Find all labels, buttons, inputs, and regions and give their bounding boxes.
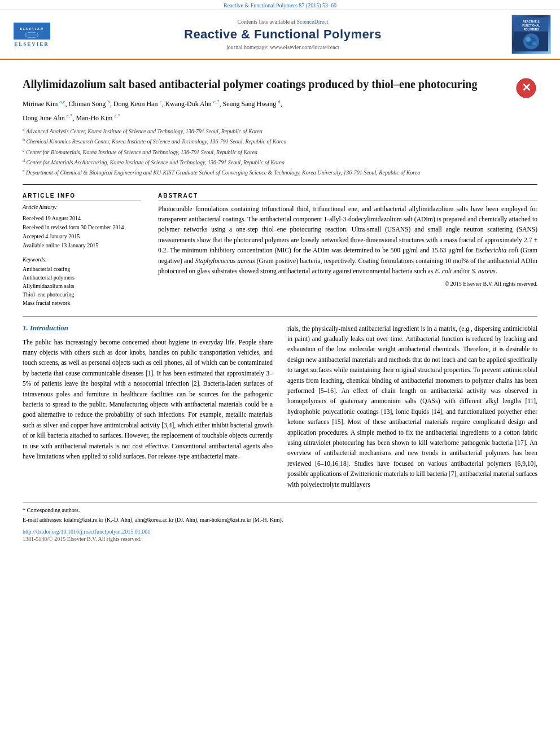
intro-para-2: rials, the physically-mixed antibacteria… <box>287 324 537 490</box>
corresponding-label: * Corresponding authors. <box>23 506 537 514</box>
elsevier-logo-box: ELSEVIER ELSEVIER <box>9 23 54 47</box>
intro-title: 1. Introduction <box>23 324 273 333</box>
body-col-right: rials, the physically-mixed antibacteria… <box>287 324 537 494</box>
author-kwangduk: Kwang-Duk Ahn c,* <box>165 100 219 108</box>
svg-text:REACTIVE &: REACTIVE & <box>523 20 540 23</box>
received-revised: Received in revised form 30 December 201… <box>23 224 141 231</box>
emails-label: E-mail addresses: <box>23 517 63 523</box>
available-online: Available online 13 January 2015 <box>23 242 141 250</box>
crossmark-icon: ✕ <box>515 77 537 99</box>
affiliation-b: b Chemical Kinomics Research Center, Kor… <box>23 137 509 146</box>
authors-line2: Dong June Ahn e,*, Man-Ho Kim a,* <box>23 112 509 123</box>
article-info-abstract-row: ARTICLE INFO Article history: Received 1… <box>23 193 537 307</box>
reduced-text: reduced <box>472 335 492 342</box>
author-chiman: Chiman Song b <box>69 100 110 108</box>
article-history-label: Article history: <box>23 204 141 210</box>
two-col-body: 1. Introduction The public has increasin… <box>23 324 537 494</box>
journal-header: ELSEVIER ELSEVIER Contents lists availab… <box>0 10 560 60</box>
journal-top-bar: Reactive & Functional Polymers 87 (2015)… <box>0 0 560 10</box>
body-content: 1. Introduction The public has increasin… <box>23 316 537 542</box>
journal-center: Contents lists available at ScienceDirec… <box>54 19 511 50</box>
keyword-5: Mass fractal network <box>23 299 141 307</box>
article-info-heading: ARTICLE INFO <box>23 193 141 200</box>
sciencedirect-link[interactable]: ScienceDirect <box>296 19 328 25</box>
keywords-label: Keywords: <box>23 256 141 263</box>
affiliation-c: c Center for Biomaterials, Korea Institu… <box>23 147 509 156</box>
footnote-area: * Corresponding authors. E-mail addresse… <box>23 502 537 524</box>
main-content: Allylimidazolium salt based antibacteria… <box>0 60 560 553</box>
email-footnote: E-mail addresses: kdalm@kist.re.kr (K.-D… <box>23 516 537 524</box>
svg-rect-0 <box>15 23 49 39</box>
svg-point-11 <box>526 37 531 42</box>
affiliation-d: d Center for Materials Architecturing, K… <box>23 158 509 167</box>
svg-text:ELSEVIER: ELSEVIER <box>19 27 43 31</box>
authors-line1: Mirinae Kim a,e, Chiman Song b, Dong Keu… <box>23 98 509 109</box>
article-title: Allylimidazolium salt based antibacteria… <box>23 77 509 91</box>
license-text: 1381-5148/© 2015 Elsevier B.V. All right… <box>23 536 537 542</box>
abstract-col: ABSTRACT Photocurable formulations conta… <box>158 193 537 307</box>
keyword-3: Allylimidazolium salts <box>23 282 141 290</box>
svg-text:POLYMERS: POLYMERS <box>524 28 540 31</box>
journal-homepage: journal homepage: www.elsevier.com/locat… <box>54 44 511 50</box>
journal-title-header: Reactive & Functional Polymers <box>54 27 511 42</box>
journal-cover-img: REACTIVE & FUNCTIONAL POLYMERS <box>511 15 551 54</box>
article-title-text: Allylimidazolium salt based antibacteria… <box>23 77 509 178</box>
keyword-2: Antibacterial polymers <box>23 273 141 282</box>
svg-text:✕: ✕ <box>522 81 531 94</box>
author-manho: Man-Ho Kim a,* <box>76 114 120 122</box>
svg-text:FUNCTIONAL: FUNCTIONAL <box>522 24 540 27</box>
copyright: © 2015 Elsevier B.V. All rights reserved… <box>158 281 537 287</box>
accepted-date: Accepted 4 January 2015 <box>23 233 141 241</box>
received-date: Received 19 August 2014 <box>23 215 141 222</box>
svg-point-12 <box>532 41 536 45</box>
abstract-text: Photocurable formulations containing tri… <box>158 204 537 277</box>
article-info-col: ARTICLE INFO Article history: Received 1… <box>23 193 141 307</box>
journal-citation: Reactive & Functional Polymers 87 (2015)… <box>224 2 336 8</box>
emails-text: kdalm@kist.re.kr (K.-D. Ahn), ahn@korea.… <box>64 517 283 523</box>
page: Reactive & Functional Polymers 87 (2015)… <box>0 0 560 747</box>
intro-para-1: The public has increasingly become conce… <box>23 337 273 462</box>
abstract-heading: ABSTRACT <box>158 193 537 200</box>
affiliation-e: e Department of Chemical & Biological En… <box>23 168 509 177</box>
author-dongjune: Dong June Ahn e,* <box>23 114 72 122</box>
author-seungsang: Seung Sang Hwang d <box>222 100 280 108</box>
body-col-left: 1. Introduction The public has increasin… <box>23 324 273 494</box>
affiliations: a Advanced Analysis Center, Korea Instit… <box>23 126 509 177</box>
doi-area: http://dx.doi.org/10.1016/j.reactfunctpo… <box>23 528 537 542</box>
keyword-1: Antibacterial coating <box>23 265 141 273</box>
author-dongkeun: Dong Keun Han c <box>113 100 162 108</box>
doi-url[interactable]: http://dx.doi.org/10.1016/j.reactfunctpo… <box>23 528 537 535</box>
affiliation-a: a Advanced Analysis Center, Korea Instit… <box>23 126 509 136</box>
sciencedirect-line: Contents lists available at ScienceDirec… <box>54 19 511 25</box>
article-title-section: Allylimidazolium salt based antibacteria… <box>23 69 537 185</box>
elsevier-text: ELSEVIER <box>14 41 49 47</box>
keyword-4: Thiol–ene photocuring <box>23 290 141 299</box>
elsevier-logo-img: ELSEVIER <box>14 23 50 40</box>
author-mirinae: Mirinae Kim a,e <box>23 100 65 108</box>
